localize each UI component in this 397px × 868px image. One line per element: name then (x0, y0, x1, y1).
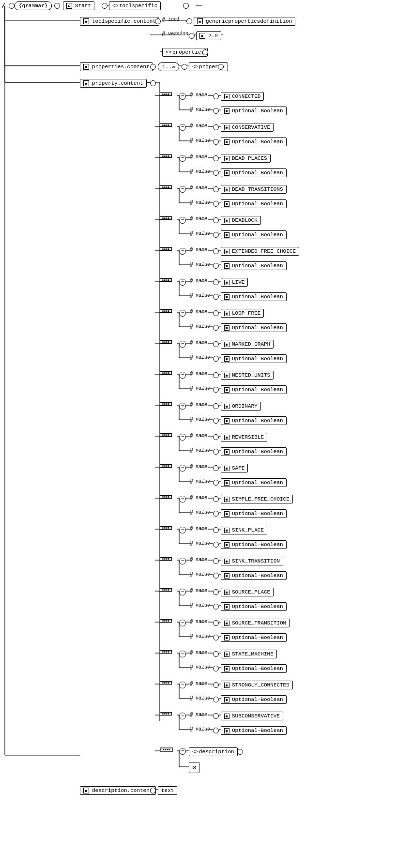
version-icon: ■ (199, 33, 205, 39)
circle-11 (218, 64, 224, 70)
prop-name-box-10: ■ORDINARY (221, 402, 261, 411)
name-circle-8 (213, 341, 219, 347)
at-name-1: @ name (190, 123, 207, 129)
circle-minus-19: − (179, 682, 186, 688)
optional-boolean-box-7: ■Optional-Boolean (221, 323, 287, 332)
optional-boolean-box-12: ■Optional-Boolean (221, 478, 287, 487)
slash-label: / (1, 2, 7, 10)
value-circle-13 (213, 511, 219, 517)
prop-name-box-14: ■SINK_PLACE (221, 526, 267, 534)
name-circle-2 (213, 155, 219, 161)
optional-boolean-box-4: ■Optional-Boolean (221, 230, 287, 239)
at-name-4: @ name (190, 216, 207, 222)
at-name-14: @ name (190, 526, 207, 532)
optional-boolean-box-20: ■Optional-Boolean (221, 726, 287, 735)
description-content-box: ■description.content (80, 786, 156, 795)
circle-minus-13: − (179, 496, 186, 503)
seq-box-6 (160, 278, 172, 282)
value-circle-8 (213, 356, 219, 362)
prop-name-box-6: ■LIVE (221, 278, 248, 287)
seq-box-16 (160, 588, 172, 592)
at-value-2: @ value (190, 169, 210, 174)
value-circle-1 (213, 139, 219, 145)
prop-name-box-17: ■SOURCE_TRANSITION (221, 619, 290, 627)
circle-12 (150, 80, 156, 86)
seq-box-9 (160, 371, 172, 375)
circle-minus-12: − (179, 465, 186, 472)
prop-name-box-19: ■STRONGLY_CONNECTED (221, 681, 293, 689)
text-box: text (158, 786, 177, 795)
circle-7 (189, 33, 195, 39)
name-circle-16 (213, 589, 219, 595)
content-icon-1: ■ (83, 18, 89, 24)
description-bracket: <> description (189, 747, 238, 756)
circle-3 (102, 3, 107, 9)
grammar-box: {grammar} (15, 1, 52, 10)
circle-minus-6: − (179, 279, 186, 286)
name-circle-4 (213, 217, 219, 223)
seq-box-3 (160, 185, 172, 189)
desc-circle-minus: − (179, 748, 186, 755)
seq-box-10 (160, 402, 172, 406)
circle-minus-1: − (179, 124, 186, 131)
optional-boolean-box-1: ■Optional-Boolean (221, 137, 287, 146)
seq-box-20 (160, 712, 172, 716)
optional-boolean-box-6: ■Optional-Boolean (221, 292, 287, 301)
seq-box-7 (160, 309, 172, 313)
at-name-13: @ name (190, 495, 207, 501)
prop-content-icon2: ■ (83, 80, 89, 86)
seq-box-0 (160, 92, 172, 96)
seq-box-11 (160, 433, 172, 437)
optional-boolean-box-14: ■Optional-Boolean (221, 540, 287, 549)
at-name-6: @ name (190, 278, 207, 284)
circle-9 (150, 64, 156, 70)
seq-box-8 (160, 340, 172, 344)
start-box: ▶ Start (63, 1, 94, 10)
circle-minus-0: − (179, 93, 186, 100)
circle-minus-16: − (179, 589, 186, 595)
circle-minus-11: − (179, 434, 186, 441)
circle-minus-15: − (179, 558, 186, 564)
at-value-18: @ value (190, 665, 210, 670)
seq-box-1 (160, 123, 172, 127)
desc-seq-box (160, 747, 173, 752)
circle-minus-10: − (179, 403, 186, 410)
circle-minus-20: − (179, 713, 186, 719)
properties-bracket: <> properties (162, 48, 208, 57)
at-name-19: @ name (190, 681, 207, 686)
prop-name-box-3: ■DEAD_TRANSITIONS (221, 185, 287, 194)
name-circle-19 (213, 682, 219, 688)
value-circle-5 (213, 263, 219, 269)
version-box: ■ 2.0 (196, 31, 221, 40)
optional-boolean-box-13: ■Optional-Boolean (221, 509, 287, 518)
at-value-11: @ value (190, 448, 210, 453)
optional-boolean-box-3: ■Optional-Boolean (221, 199, 287, 208)
seq-box-14 (160, 526, 172, 530)
name-circle-14 (213, 527, 219, 533)
name-circle-17 (213, 620, 219, 626)
prop-name-box-0: ■CONNECTED (221, 92, 264, 101)
name-circle-6 (213, 279, 219, 285)
at-name-18: @ name (190, 650, 207, 655)
at-name-7: @ name (190, 309, 207, 315)
desc-content-circle (150, 788, 156, 793)
at-value-9: @ value (190, 386, 210, 391)
at-value-0: @ value (190, 107, 210, 112)
optional-boolean-box-2: ■Optional-Boolean (221, 168, 287, 177)
circle-minus-5: − (179, 248, 186, 255)
circle-minus-14: − (179, 527, 186, 533)
seq-box-17 (160, 619, 172, 623)
circle-minus-4: − (179, 217, 186, 224)
at-name-2: @ name (190, 154, 207, 160)
at-value-14: @ value (190, 541, 210, 546)
at-value-3: @ value (190, 200, 210, 205)
prop-name-box-8: ■MARKED_GRAPH (221, 340, 274, 349)
value-circle-16 (213, 604, 219, 609)
optional-boolean-box-8: ■Optional-Boolean (221, 354, 287, 363)
at-name-10: @ name (190, 402, 207, 408)
seq-box-15 (160, 557, 172, 561)
at-name-17: @ name (190, 619, 207, 624)
value-circle-18 (213, 666, 219, 671)
grammar-diagram: / {grammar} ▶ Start <> toolspecific ■ to… (0, 0, 397, 868)
at-value-4: @ value (190, 231, 210, 236)
